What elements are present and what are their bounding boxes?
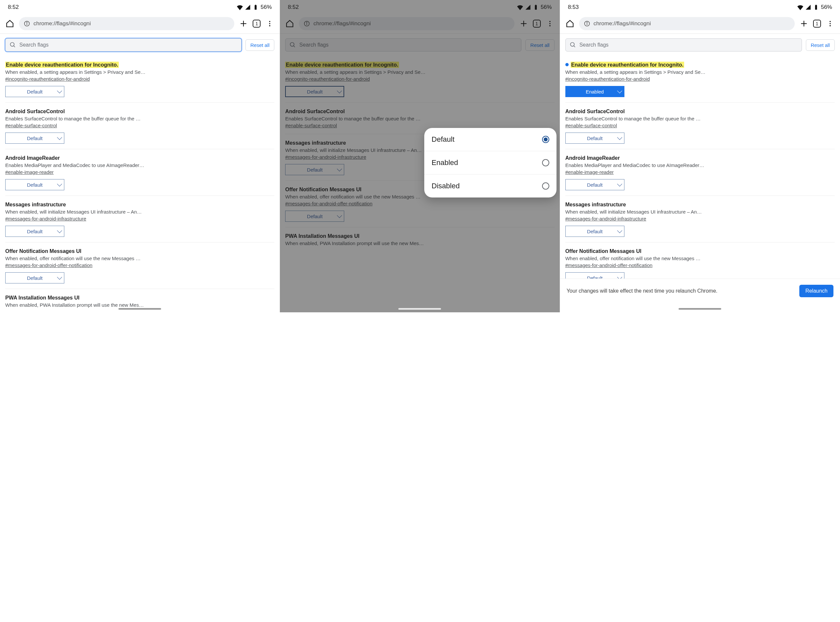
search-input[interactable]: Search flags: [566, 38, 802, 52]
flag-title: Android ImageReader: [566, 155, 620, 161]
flag-item: Android SurfaceControl Enables SurfaceCo…: [5, 102, 274, 149]
flag-hash-link[interactable]: #messages-for-android-offer-notification: [5, 262, 93, 268]
gesture-bar[interactable]: [678, 308, 721, 310]
new-tab-icon[interactable]: [239, 19, 248, 28]
flag-select[interactable]: Default: [566, 226, 624, 237]
gesture-bar[interactable]: [119, 308, 161, 310]
flag-hash-link[interactable]: #enable-surface-control: [5, 123, 57, 128]
flag-hash-link[interactable]: #enable-image-reader: [5, 169, 54, 175]
flag-desc: When enabled, PWA Installation prompt wi…: [5, 302, 274, 308]
battery-icon: [813, 4, 819, 10]
flag-hash-link[interactable]: #messages-for-android-offer-notification: [566, 262, 652, 268]
home-icon[interactable]: [5, 19, 14, 28]
reset-all-button[interactable]: Reset all: [245, 40, 274, 51]
option-label: Enabled: [431, 159, 458, 167]
radio-icon: [542, 136, 549, 143]
battery-percent: 56%: [821, 4, 832, 11]
screen-after: 8:53 56% chrome://flags/#incogni 1 Searc…: [560, 0, 840, 312]
option-default[interactable]: Default: [424, 128, 556, 151]
option-label: Default: [431, 135, 454, 144]
overflow-menu-icon[interactable]: [265, 19, 274, 28]
omnibox[interactable]: chrome://flags/#incogni: [19, 17, 234, 30]
flag-item: Android ImageReader Enables MediaPlayer …: [566, 149, 835, 195]
flag-desc: When enabled, offer notification will us…: [5, 256, 274, 261]
status-bar: 8:53 56%: [560, 0, 840, 14]
flag-select[interactable]: Default: [5, 226, 64, 237]
flag-hash-link[interactable]: #incognito-reauthentication-for-android: [566, 76, 650, 82]
option-enabled[interactable]: Enabled: [424, 151, 556, 175]
signal-icon: [805, 4, 811, 10]
flag-item: Android SurfaceControl Enables SurfaceCo…: [566, 102, 835, 149]
search-icon: [9, 42, 16, 48]
svg-point-9: [11, 43, 14, 47]
flag-desc: Enables MediaPlayer and MediaCodec to us…: [566, 162, 835, 168]
battery-percent: 56%: [261, 4, 272, 11]
flag-item: Messages infrastructure When enabled, wi…: [5, 195, 274, 242]
search-placeholder: Search flags: [579, 42, 609, 48]
flag-title: Android SurfaceControl: [5, 108, 65, 114]
signal-icon: [245, 4, 251, 10]
flag-select[interactable]: Default: [566, 179, 624, 190]
svg-point-8: [269, 25, 270, 27]
battery-icon: [253, 4, 259, 10]
flag-title: Android ImageReader: [5, 155, 60, 161]
flag-hash-link[interactable]: #enable-surface-control: [566, 123, 617, 128]
svg-point-23: [587, 22, 587, 23]
svg-point-29: [570, 43, 574, 47]
svg-point-7: [269, 23, 270, 24]
flag-hash-link[interactable]: #messages-for-android-infrastructure: [566, 216, 646, 221]
info-icon: [24, 20, 30, 27]
flag-title: Android SurfaceControl: [566, 108, 625, 114]
url-text: chrome://flags/#incogni: [594, 20, 651, 27]
svg-rect-0: [255, 7, 257, 9]
screen-picker: 8:52 56% chrome://flags/#incogni 1 Searc…: [280, 0, 560, 312]
svg-point-27: [829, 23, 831, 24]
flag-select[interactable]: Default: [566, 133, 624, 144]
tab-switcher-icon[interactable]: 1: [813, 20, 821, 27]
omnibox[interactable]: chrome://flags/#incogni: [579, 17, 795, 30]
reset-all-button[interactable]: Reset all: [806, 40, 835, 51]
svg-line-10: [14, 46, 15, 47]
flag-hash-link[interactable]: #incognito-reauthentication-for-android: [5, 76, 90, 82]
home-icon[interactable]: [566, 19, 575, 28]
flag-title: Messages infrastructure: [5, 202, 66, 207]
wifi-icon: [797, 4, 803, 10]
svg-point-6: [269, 21, 270, 22]
flags-list: Enable device reauthentication for Incog…: [560, 56, 840, 289]
omnibox-row: chrome://flags/#incogni 1: [0, 14, 280, 34]
flag-select[interactable]: Default: [5, 133, 64, 144]
gesture-bar[interactable]: [398, 308, 441, 310]
status-icons: 56%: [797, 4, 832, 11]
flag-select[interactable]: Enabled: [566, 86, 624, 97]
search-input[interactable]: Search flags: [5, 38, 241, 52]
flag-item: Android ImageReader Enables MediaPlayer …: [5, 149, 274, 195]
flag-hash-link[interactable]: #enable-image-reader: [566, 169, 614, 175]
svg-point-3: [27, 22, 27, 23]
status-bar: 8:52 56%: [0, 0, 280, 14]
flag-title: Offer Notification Messages UI: [566, 248, 642, 254]
flag-select[interactable]: Default: [5, 86, 64, 97]
clock: 8:52: [8, 4, 19, 11]
select-dialog: Default Enabled Disabled: [424, 128, 556, 198]
clock: 8:53: [568, 4, 579, 11]
omnibox-row: chrome://flags/#incogni 1: [560, 14, 840, 34]
flag-select[interactable]: Default: [5, 272, 64, 284]
flag-item: Enable device reauthentication for Incog…: [566, 56, 835, 102]
tab-switcher-icon[interactable]: 1: [253, 20, 261, 27]
search-placeholder: Search flags: [19, 42, 49, 48]
new-tab-icon[interactable]: [799, 19, 808, 28]
flag-title: Enable device reauthentication for Incog…: [5, 62, 119, 68]
flags-toolbar: Search flags Reset all: [560, 34, 840, 56]
flag-desc: When enabled, will initialize Messages U…: [5, 209, 274, 215]
flag-item: Messages infrastructure When enabled, wi…: [566, 195, 835, 242]
flag-select[interactable]: Default: [5, 179, 64, 190]
flag-hash-link[interactable]: #messages-for-android-infrastructure: [5, 216, 86, 221]
radio-icon: [542, 182, 549, 190]
option-disabled[interactable]: Disabled: [424, 175, 556, 198]
overflow-menu-icon[interactable]: [826, 19, 835, 28]
flag-title: PWA Installation Messages UI: [5, 295, 79, 300]
flag-desc: When enabled, a setting appears in Setti…: [566, 69, 835, 75]
flag-item: Offer Notification Messages UI When enab…: [5, 242, 274, 289]
flag-desc: Enables SurfaceControl to manage the buf…: [566, 116, 835, 121]
relaunch-button[interactable]: Relaunch: [799, 285, 834, 297]
